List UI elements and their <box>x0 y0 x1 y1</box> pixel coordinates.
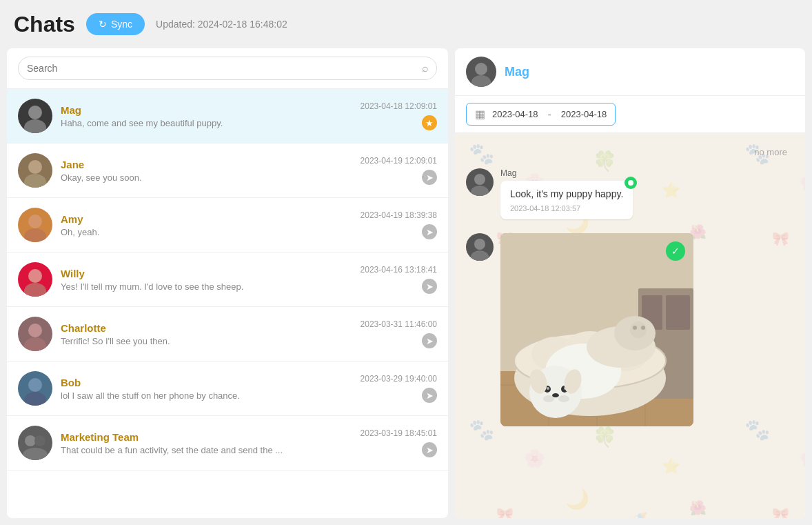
svg-point-11 <box>24 392 46 406</box>
chat-info-willy: Willy Yes! I'll tell my mum. I'd love to… <box>61 268 355 292</box>
right-panel: Mag ▦ 2023-04-18 - 2023-04-18 no more Ma… <box>455 48 805 518</box>
chat-header-avatar <box>466 57 496 87</box>
avatar-willy <box>18 262 52 297</box>
chat-list: Mag Haha, come and see my beautiful pupp… <box>7 89 448 518</box>
chat-time-bob: 2023-03-29 19:40:00 <box>361 374 437 384</box>
chat-info-charlotte: Charlotte Terrific! So I'll see you then… <box>61 322 355 346</box>
chat-name-charlotte: Charlotte <box>61 322 355 334</box>
chat-meta-mag: 2023-04-18 12:09:01 ★ <box>361 101 437 130</box>
messages-area: no more Mag Look, it's my puppy happy. 2… <box>455 133 805 518</box>
msg-sender-1: Mag <box>500 168 633 178</box>
chat-item-amy[interactable]: Amy Oh, yeah. 2023-04-19 18:39:38 ➤ <box>7 198 448 252</box>
sync-button[interactable]: ↻ Sync <box>86 13 145 35</box>
chat-item-charlotte[interactable]: Charlotte Terrific! So I'll see you then… <box>7 307 448 361</box>
date-to: 2023-04-18 <box>561 109 607 119</box>
chat-meta-marketing: 2023-03-19 18:45:01 ➤ <box>361 428 437 457</box>
chat-preview-mag: Haha, come and see my beautiful puppy. <box>61 118 355 128</box>
msg-bubble-text-1: Look, it's my puppy happy. <box>510 188 623 201</box>
avatar-bob <box>18 371 52 406</box>
main-layout: ⌕ Mag Haha, come and see my beautiful pu… <box>0 48 812 525</box>
chat-item-willy[interactable]: Willy Yes! I'll tell my mum. I'd love to… <box>7 252 448 307</box>
chat-preview-jane: Okay, see you soon. <box>61 172 355 183</box>
svg-point-51 <box>641 326 645 330</box>
chat-preview-willy: Yes! I'll tell my mum. I'd love to see t… <box>61 281 355 292</box>
svg-point-12 <box>25 435 36 446</box>
updated-label: Updated: 2024-02-18 16:48:02 <box>156 19 287 30</box>
svg-text:✓: ✓ <box>671 246 680 257</box>
chat-detail-header: Mag <box>455 48 805 96</box>
svg-point-49 <box>630 321 647 338</box>
msg-avatar-1 <box>466 168 494 196</box>
chat-name-mag: Mag <box>61 104 355 116</box>
puppy-image: ✓ <box>500 233 693 426</box>
svg-point-0 <box>28 106 42 119</box>
chat-preview-charlotte: Terrific! So I'll see you then. <box>61 336 355 346</box>
svg-point-50 <box>633 326 637 330</box>
svg-point-14 <box>23 448 48 460</box>
msg-avatar-2 <box>466 233 494 261</box>
chat-time-willy: 2023-04-16 13:18:41 <box>361 265 437 275</box>
whatsapp-badge-1 <box>625 177 637 189</box>
svg-point-5 <box>24 228 46 242</box>
chat-item-jane[interactable]: Jane Okay, see you soon. 2023-04-19 12:0… <box>7 143 448 198</box>
chat-preview-amy: Oh, yeah. <box>61 227 355 237</box>
chat-badge-jane: ➤ <box>422 170 437 185</box>
date-filter-inner[interactable]: ▦ 2023-04-18 - 2023-04-18 <box>466 103 616 126</box>
chat-meta-amy: 2023-04-19 18:39:38 ➤ <box>361 210 437 239</box>
svg-point-19 <box>474 239 485 250</box>
svg-point-20 <box>471 250 489 261</box>
chat-info-mag: Mag Haha, come and see my beautiful pupp… <box>61 104 355 128</box>
chat-item-bob[interactable]: Bob lol I saw all the stuff on her phone… <box>7 361 448 416</box>
chat-badge-charlotte: ➤ <box>422 333 437 348</box>
date-from: 2023-04-18 <box>492 109 538 119</box>
chat-meta-jane: 2023-04-19 12:09:01 ➤ <box>361 156 437 185</box>
chat-time-mag: 2023-04-18 12:09:01 <box>361 101 437 111</box>
calendar-icon: ▦ <box>475 108 485 121</box>
avatar-marketing <box>18 426 52 460</box>
no-more-label: no more <box>466 147 794 157</box>
svg-point-39 <box>558 395 569 402</box>
msg-content-1: Mag Look, it's my puppy happy. 2023-04-1… <box>500 168 633 219</box>
svg-point-8 <box>28 324 42 337</box>
search-input[interactable] <box>18 57 437 80</box>
avatar-mag <box>18 99 52 133</box>
svg-point-10 <box>28 378 42 392</box>
sync-icon: ↻ <box>99 19 107 30</box>
svg-point-2 <box>28 160 42 174</box>
avatar-charlotte <box>18 317 52 351</box>
chat-badge-willy: ➤ <box>422 279 437 294</box>
chat-name-willy: Willy <box>61 268 355 279</box>
svg-point-44 <box>552 393 559 397</box>
search-wrapper: ⌕ <box>18 57 437 80</box>
search-icon: ⌕ <box>422 62 429 75</box>
svg-point-15 <box>475 63 487 75</box>
svg-point-7 <box>24 283 46 297</box>
msg-image-2: ✓ <box>500 233 693 426</box>
message-row-1: Mag Look, it's my puppy happy. 2023-04-1… <box>466 168 794 219</box>
chat-name-amy: Amy <box>61 213 355 225</box>
svg-point-42 <box>547 387 549 390</box>
avatar-jane <box>18 153 52 188</box>
svg-rect-30 <box>666 295 690 330</box>
chat-badge-mag: ★ <box>422 115 437 130</box>
avatar-amy <box>18 208 52 242</box>
chat-badge-bob: ➤ <box>422 388 437 403</box>
svg-point-18 <box>471 186 489 196</box>
svg-point-13 <box>34 435 45 446</box>
chat-item-marketing[interactable]: Marketing Team That could be a fun activ… <box>7 416 448 470</box>
chat-name-jane: Jane <box>61 159 355 170</box>
chat-time-amy: 2023-04-19 18:39:38 <box>361 210 437 220</box>
chat-time-jane: 2023-04-19 12:09:01 <box>361 156 437 166</box>
date-filter: ▦ 2023-04-18 - 2023-04-18 <box>455 96 805 133</box>
chat-info-bob: Bob lol I saw all the stuff on her phone… <box>61 377 355 401</box>
svg-point-17 <box>474 174 485 185</box>
search-bar: ⌕ <box>7 48 448 89</box>
chat-preview-bob: lol I saw all the stuff on her phone by … <box>61 390 355 401</box>
message-row-2: ✓ <box>466 233 794 426</box>
svg-point-38 <box>543 395 554 402</box>
chat-meta-willy: 2023-04-16 13:18:41 ➤ <box>361 265 437 294</box>
chat-item-mag[interactable]: Mag Haha, come and see my beautiful pupp… <box>7 89 448 143</box>
msg-bubble-1: Look, it's my puppy happy. 2023-04-18 12… <box>500 181 633 219</box>
chat-meta-charlotte: 2023-03-31 11:46:00 ➤ <box>361 319 437 348</box>
chat-badge-amy: ➤ <box>422 224 437 239</box>
